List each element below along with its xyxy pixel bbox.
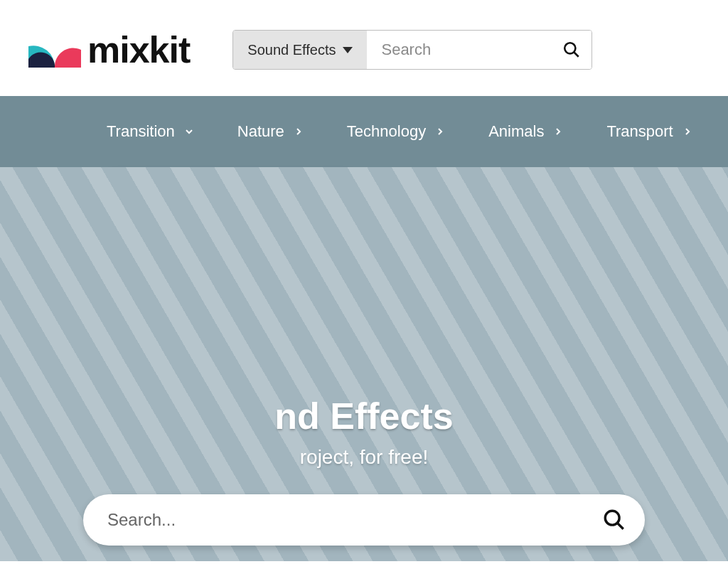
- chevron-right-icon: [293, 126, 304, 137]
- svg-line-3: [617, 523, 623, 529]
- nav-item-animals[interactable]: Animals: [488, 122, 564, 141]
- nav-item-label: Transition: [107, 122, 175, 141]
- hero-title: nd Effects: [0, 395, 728, 437]
- category-select-label: Sound Effects: [247, 42, 336, 58]
- category-select[interactable]: Sound Effects: [233, 31, 367, 69]
- hero-subtitle: roject, for free!: [0, 446, 728, 469]
- hero-search-button[interactable]: [602, 508, 626, 532]
- top-search: Sound Effects: [232, 30, 592, 70]
- hero: nd Effects roject, for free!: [0, 167, 728, 561]
- hero-search: [83, 494, 645, 546]
- chevron-down-icon: [343, 47, 353, 53]
- chevron-right-icon: [552, 126, 564, 137]
- chevron-right-icon: [682, 126, 693, 137]
- nav-item-transition[interactable]: Transition Blow Glitch Slide Stomp Swish…: [107, 122, 195, 141]
- nav-item-technology[interactable]: Technology: [347, 122, 446, 141]
- nav-item-nature[interactable]: Nature: [237, 122, 304, 141]
- svg-line-1: [574, 52, 579, 57]
- hero-search-input[interactable]: [107, 510, 602, 530]
- nav-item-label: Animals: [488, 122, 544, 141]
- nav-item-transport[interactable]: Transport: [606, 122, 692, 141]
- svg-point-0: [565, 43, 576, 53]
- nav-item-label: Nature: [237, 122, 284, 141]
- logo-text: mixkit: [87, 28, 190, 71]
- svg-point-2: [605, 511, 619, 525]
- header-search-button[interactable]: [552, 31, 592, 69]
- chevron-down-icon: [183, 126, 195, 137]
- header-search-input[interactable]: [367, 31, 552, 69]
- logo-mark-icon: [28, 32, 82, 68]
- logo[interactable]: mixkit: [28, 28, 190, 71]
- nav-item-label: Transport: [606, 122, 673, 141]
- nav-item-label: Technology: [347, 122, 426, 141]
- chevron-right-icon: [434, 126, 446, 137]
- category-nav: Transition Blow Glitch Slide Stomp Swish…: [0, 96, 728, 167]
